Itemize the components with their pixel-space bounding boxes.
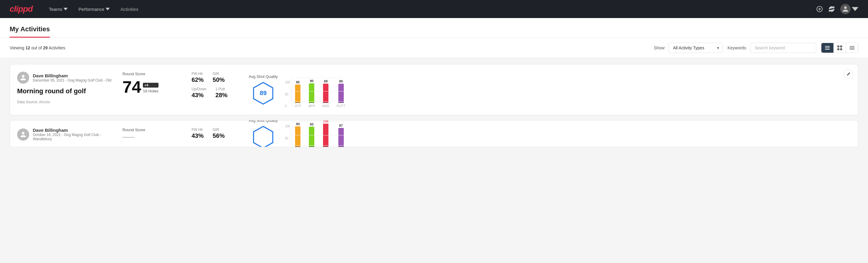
refresh-button[interactable]	[828, 6, 835, 12]
activity-card: Dave Billingham October 16, 2021 - Gog M…	[10, 120, 858, 147]
bar-arg: 89 ARG	[322, 80, 329, 108]
activity-card: Dave Billingham December 05, 2021 - Gog …	[10, 64, 858, 115]
score-display: 74 +4 18 Holes	[122, 79, 183, 95]
score-section: Round Score	[122, 127, 183, 140]
nav-item-teams[interactable]: Teams	[44, 4, 71, 14]
svg-rect-8	[850, 46, 855, 47]
data-source: Data Source: Arccos	[17, 100, 114, 104]
fw-hit-stat: FW Hit 62%	[192, 71, 204, 83]
svg-rect-2	[825, 48, 830, 48]
main-content: Dave Billingham December 05, 2021 - Gog …	[0, 58, 868, 158]
keyword-input[interactable]	[750, 43, 816, 53]
bar-ott: 85 OTT	[294, 80, 301, 108]
bar-app: 93 APP	[308, 122, 315, 147]
svg-rect-4	[837, 46, 839, 48]
score-badge: +4	[143, 83, 158, 88]
user-info: Dave Billingham December 05, 2021 - Gog …	[17, 71, 114, 84]
bar-putt: 89 PUTT	[337, 80, 345, 108]
score-number: 74	[122, 79, 141, 95]
round-score-label: Round Score	[122, 71, 183, 76]
svg-rect-10	[850, 48, 855, 49]
quality-label: Avg Shot Quality	[249, 120, 278, 123]
bar-arg: 106 ARG	[322, 120, 329, 147]
user-avatar	[17, 71, 29, 84]
hex-container: Avg Shot Quality 89	[249, 74, 278, 105]
chart-container: 100 50 0 85	[285, 71, 851, 108]
card-left: Dave Billingham December 05, 2021 - Gog …	[17, 71, 114, 108]
score-holes: 18 Holes	[143, 89, 158, 94]
add-button[interactable]	[816, 6, 823, 12]
nav-items: Teams Performance Activities	[44, 4, 816, 14]
bar-app: 90 APP	[308, 79, 315, 108]
viewing-count: Viewing 12 out of 29 Activities	[10, 46, 649, 50]
nav-item-activities[interactable]: Activities	[116, 4, 143, 14]
svg-text:89: 89	[260, 89, 267, 96]
user-name: Dave Billingham	[33, 73, 111, 78]
gir-stat: GIR 56%	[213, 127, 225, 139]
svg-rect-3	[825, 49, 830, 50]
keywords-label: Keywords:	[727, 46, 747, 50]
view-compact-button[interactable]	[846, 43, 858, 53]
user-date: December 05, 2021 - Gog Magog Golf Club …	[33, 78, 111, 83]
stat-row-1: FW Hit 43% GIR 56%	[192, 127, 240, 139]
show-label: Show:	[654, 46, 665, 50]
stat-row-2: Up/Down 43% 1 Putt 28%	[192, 87, 240, 99]
user-details: Dave Billingham December 05, 2021 - Gog …	[33, 73, 111, 83]
show-filter: Show: All Activity Types	[654, 43, 723, 53]
user-info: Dave Billingham October 16, 2021 - Gog M…	[17, 127, 114, 141]
activity-type-select[interactable]: All Activity Types	[669, 43, 723, 53]
user-menu-button[interactable]	[840, 4, 858, 14]
svg-rect-11	[850, 49, 855, 50]
stats-section: FW Hit 62% GIR 50% Up/Down 43% 1 Putt 28…	[192, 71, 240, 108]
navbar: clippd Teams Performance Activities	[0, 0, 868, 18]
hex-container: Avg Shot Quality	[249, 120, 278, 147]
user-name: Dave Billingham	[33, 127, 114, 133]
nav-item-performance[interactable]: Performance	[74, 4, 114, 14]
brand-logo[interactable]: clippd	[10, 4, 32, 14]
avatar	[840, 4, 850, 14]
svg-marker-14	[253, 126, 273, 147]
activity-title: Morning round of golf	[17, 87, 114, 95]
bar-putt: 87 PUTT	[337, 124, 345, 147]
svg-rect-7	[840, 48, 842, 50]
view-list-button[interactable]	[822, 43, 834, 53]
fw-hit-stat: FW Hit 43%	[192, 127, 204, 139]
svg-rect-5	[840, 46, 842, 48]
user-date: October 16, 2021 - Gog Magog Golf Club -…	[33, 133, 114, 141]
hexagon: 89	[251, 81, 275, 105]
activity-type-select-wrapper[interactable]: All Activity Types	[669, 43, 723, 53]
svg-rect-9	[850, 47, 855, 48]
round-score-label: Round Score	[122, 127, 183, 132]
one-putt-stat: 1 Putt 28%	[215, 87, 227, 99]
filter-bar: Viewing 12 out of 29 Activities Show: Al…	[0, 38, 868, 58]
view-grid-button[interactable]	[834, 43, 846, 53]
svg-rect-1	[825, 46, 830, 47]
quality-section: Avg Shot Quality 89 100 50 0	[249, 71, 851, 108]
stats-section: FW Hit 43% GIR 56%	[192, 127, 240, 140]
keyword-filter: Keywords:	[727, 43, 816, 53]
updown-stat: Up/Down 43%	[192, 87, 206, 99]
svg-rect-6	[837, 48, 839, 50]
gir-stat: GIR 50%	[213, 71, 225, 83]
card-left: Dave Billingham October 16, 2021 - Gog M…	[17, 127, 114, 140]
bar-ott: 94 OTT	[294, 122, 301, 147]
chart-container: 100 50 0 94 OTT	[285, 120, 851, 147]
hexagon	[251, 125, 275, 147]
quality-section: Avg Shot Quality 100 50 0	[249, 127, 851, 140]
view-toggles	[821, 43, 858, 53]
edit-button[interactable]	[844, 69, 853, 79]
user-details: Dave Billingham October 16, 2021 - Gog M…	[33, 127, 114, 141]
page-title: My Activities	[10, 18, 50, 38]
score-section: Round Score 74 +4 18 Holes	[122, 71, 183, 108]
user-avatar	[17, 128, 29, 141]
nav-right	[816, 4, 858, 14]
quality-label: Avg Shot Quality	[249, 74, 278, 79]
stat-row-1: FW Hit 62% GIR 50%	[192, 71, 240, 83]
page-header: My Activities	[0, 18, 868, 38]
